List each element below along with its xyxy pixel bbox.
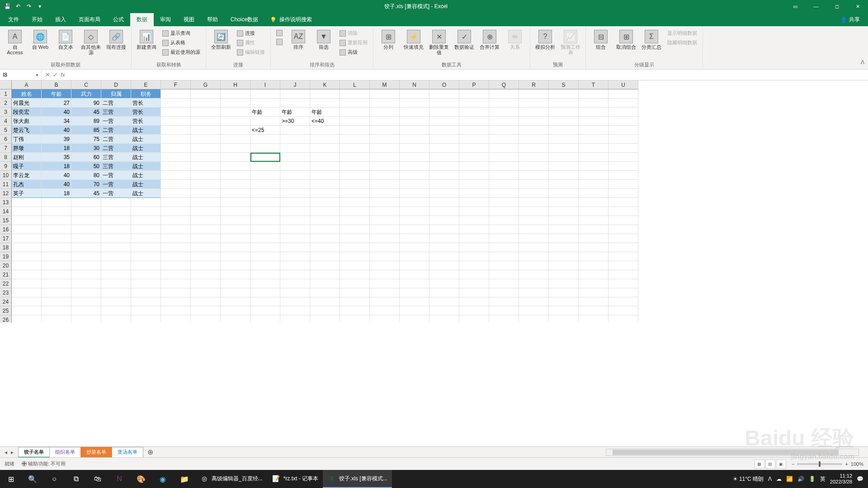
cell[interactable] xyxy=(370,180,400,189)
cell[interactable] xyxy=(221,234,250,243)
cell[interactable] xyxy=(400,108,429,117)
cell[interactable] xyxy=(191,207,221,216)
cell[interactable] xyxy=(609,288,638,297)
cell[interactable]: 40 xyxy=(42,180,71,189)
cell[interactable]: 一营 xyxy=(101,180,131,189)
cell[interactable] xyxy=(340,162,370,171)
cell[interactable] xyxy=(609,135,638,144)
cell[interactable]: 战士 xyxy=(131,153,161,162)
cell[interactable] xyxy=(370,189,400,198)
battery-icon[interactable]: 🔋 xyxy=(809,476,816,482)
cell[interactable] xyxy=(221,126,250,135)
cell[interactable]: 楚云飞 xyxy=(12,126,42,135)
cell[interactable] xyxy=(280,279,310,288)
cell[interactable] xyxy=(71,315,101,323)
cell[interactable] xyxy=(429,99,459,108)
cell[interactable] xyxy=(161,315,191,323)
cell[interactable] xyxy=(161,153,191,162)
cell[interactable] xyxy=(250,135,280,144)
row-header[interactable]: 18 xyxy=(0,243,12,252)
cell[interactable]: 40 xyxy=(42,108,71,117)
cell[interactable] xyxy=(12,270,42,279)
cell[interactable]: 孔杰 xyxy=(12,180,42,189)
cell[interactable] xyxy=(250,288,280,297)
cell[interactable] xyxy=(400,234,429,243)
cell[interactable] xyxy=(340,153,370,162)
cell[interactable] xyxy=(400,270,429,279)
row-header[interactable]: 11 xyxy=(0,180,12,189)
cell[interactable] xyxy=(250,171,280,180)
cell[interactable] xyxy=(459,252,489,261)
cell[interactable] xyxy=(489,126,519,135)
undo-icon[interactable]: ↶ xyxy=(14,3,22,10)
cell[interactable] xyxy=(340,234,370,243)
cell[interactable] xyxy=(161,243,191,252)
cell[interactable] xyxy=(370,234,400,243)
cell[interactable] xyxy=(42,261,71,270)
cell[interactable] xyxy=(131,252,161,261)
cell[interactable] xyxy=(340,171,370,180)
cell[interactable] xyxy=(250,243,280,252)
cell[interactable] xyxy=(370,198,400,207)
row-header[interactable]: 14 xyxy=(0,207,12,216)
cell[interactable] xyxy=(429,225,459,234)
cell[interactable] xyxy=(340,252,370,261)
cell[interactable]: 80 xyxy=(71,171,101,180)
col-header[interactable]: D xyxy=(101,80,131,89)
cell[interactable]: 30 xyxy=(71,144,101,153)
cell[interactable] xyxy=(579,261,609,270)
cell[interactable] xyxy=(489,153,519,162)
cell[interactable] xyxy=(12,198,42,207)
from-access-button[interactable]: A自 Access xyxy=(4,28,26,57)
col-header[interactable]: J xyxy=(280,80,310,89)
cell[interactable]: <=25 xyxy=(250,126,280,135)
row-header[interactable]: 20 xyxy=(0,261,12,270)
cell[interactable] xyxy=(101,297,131,306)
cell[interactable] xyxy=(161,180,191,189)
cell[interactable] xyxy=(310,144,340,153)
cell[interactable] xyxy=(609,153,638,162)
cell[interactable] xyxy=(340,126,370,135)
cell[interactable]: 一营 xyxy=(101,117,131,126)
cell[interactable]: 战士 xyxy=(131,144,161,153)
cell[interactable] xyxy=(609,261,638,270)
nav-prev-icon[interactable]: ◂ xyxy=(5,449,7,455)
cell[interactable] xyxy=(250,99,280,108)
cell[interactable] xyxy=(191,135,221,144)
cell[interactable] xyxy=(519,108,549,117)
cell[interactable] xyxy=(250,198,280,207)
zoom-in-icon[interactable]: + xyxy=(845,461,848,467)
cell[interactable] xyxy=(489,261,519,270)
cell[interactable] xyxy=(71,270,101,279)
cell[interactable] xyxy=(71,207,101,216)
cell[interactable] xyxy=(161,279,191,288)
cell[interactable] xyxy=(370,117,400,126)
cell[interactable]: 18 xyxy=(42,162,71,171)
cell[interactable] xyxy=(519,144,549,153)
cell[interactable] xyxy=(340,279,370,288)
cell[interactable]: >=30 xyxy=(280,117,310,126)
cell[interactable] xyxy=(579,207,609,216)
cell[interactable] xyxy=(459,234,489,243)
cell[interactable] xyxy=(131,306,161,315)
cell[interactable] xyxy=(400,252,429,261)
cell[interactable] xyxy=(221,243,250,252)
cell[interactable] xyxy=(131,207,161,216)
cell[interactable] xyxy=(459,117,489,126)
cell[interactable]: 战士 xyxy=(131,162,161,171)
cell[interactable] xyxy=(519,234,549,243)
cell[interactable] xyxy=(42,225,71,234)
cell[interactable] xyxy=(280,153,310,162)
cell[interactable] xyxy=(549,99,579,108)
ime-indicator[interactable]: 英 xyxy=(820,475,826,483)
cell[interactable] xyxy=(519,279,549,288)
cell[interactable] xyxy=(429,198,459,207)
cell[interactable] xyxy=(549,315,579,323)
cell[interactable]: 英子 xyxy=(12,189,42,198)
cell[interactable] xyxy=(489,117,519,126)
cell[interactable]: <=40 xyxy=(310,117,340,126)
cell[interactable] xyxy=(579,270,609,279)
col-header[interactable]: Q xyxy=(489,80,519,89)
cell[interactable]: 一营 xyxy=(101,189,131,198)
cell[interactable] xyxy=(579,189,609,198)
